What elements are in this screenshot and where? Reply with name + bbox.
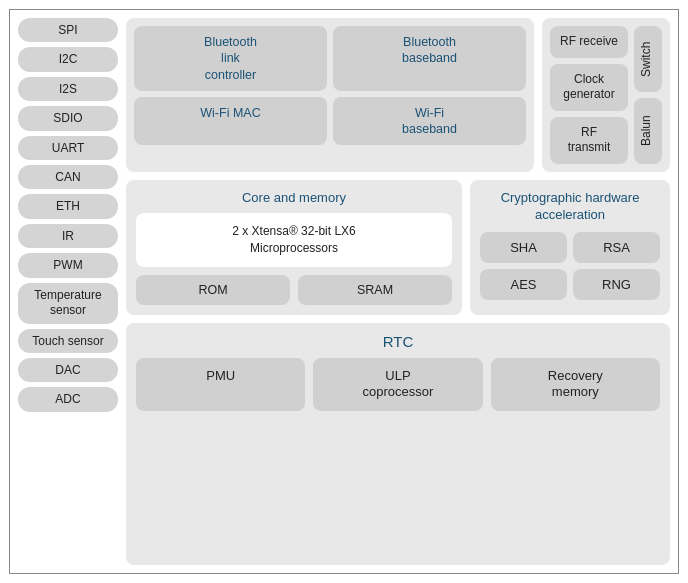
peripheral-temp: Temperaturesensor: [18, 283, 118, 324]
pmu-block: PMU: [136, 358, 305, 412]
clock-generator: Clockgenerator: [550, 64, 628, 111]
peripheral-spi: SPI: [18, 18, 118, 42]
aes-block: AES: [480, 269, 567, 300]
sram-block: SRAM: [298, 275, 452, 305]
crypto-grid: SHA RSA AES RNG: [480, 232, 660, 300]
peripheral-i2c: I2C: [18, 47, 118, 71]
peripheral-ir: IR: [18, 224, 118, 248]
peripheral-i2s: I2S: [18, 77, 118, 101]
peripheral-sdio: SDIO: [18, 106, 118, 130]
rf-vertical-pills: Switch Balun: [634, 26, 662, 164]
rf-transmit: RFtransmit: [550, 117, 628, 164]
main-area: Bluetooth link controller Bluetooth base…: [126, 18, 670, 565]
wireless-block: Bluetooth link controller Bluetooth base…: [126, 18, 534, 172]
core-title: Core and memory: [136, 190, 452, 205]
core-cpu: 2 x Xtensa® 32-bit LX6 Microprocessors: [136, 213, 452, 267]
core-block: Core and memory 2 x Xtensa® 32-bit LX6 M…: [126, 180, 462, 315]
core-mem-row: ROM SRAM: [136, 275, 452, 305]
peripheral-uart: UART: [18, 136, 118, 160]
rtc-row: PMU ULPcoprocessor Recoverymemory: [136, 358, 660, 412]
crypto-title: Cryptographic hardware acceleration: [480, 190, 660, 224]
rf-receive: RF receive: [550, 26, 628, 58]
bt-link-controller: Bluetooth link controller: [134, 26, 327, 91]
peripheral-pwm: PWM: [18, 253, 118, 277]
mid-section: Core and memory 2 x Xtensa® 32-bit LX6 M…: [126, 180, 670, 315]
rf-block: RF receive Clockgenerator RFtransmit Swi…: [542, 18, 670, 172]
wifi-row: Wi-Fi MAC Wi-Fi baseband: [134, 97, 526, 146]
peripheral-eth: ETH: [18, 194, 118, 218]
peripheral-can: CAN: [18, 165, 118, 189]
wifi-mac: Wi-Fi MAC: [134, 97, 327, 146]
ulp-coprocessor: ULPcoprocessor: [313, 358, 482, 412]
wifi-baseband: Wi-Fi baseband: [333, 97, 526, 146]
rng-block: RNG: [573, 269, 660, 300]
sha-block: SHA: [480, 232, 567, 263]
rtc-block: RTC PMU ULPcoprocessor Recoverymemory: [126, 323, 670, 565]
diagram: SPI I2C I2S SDIO UART CAN ETH IR PWM Tem…: [9, 9, 679, 574]
bluetooth-row: Bluetooth link controller Bluetooth base…: [134, 26, 526, 91]
peripheral-adc: ADC: [18, 387, 118, 411]
peripheral-dac: DAC: [18, 358, 118, 382]
rf-stack: RF receive Clockgenerator RFtransmit: [550, 26, 628, 164]
peripheral-list: SPI I2C I2S SDIO UART CAN ETH IR PWM Tem…: [18, 18, 118, 565]
recovery-memory: Recoverymemory: [491, 358, 660, 412]
rom-block: ROM: [136, 275, 290, 305]
balun-pill: Balun: [634, 98, 662, 164]
rtc-title: RTC: [136, 333, 660, 350]
peripheral-touch: Touch sensor: [18, 329, 118, 353]
rsa-block: RSA: [573, 232, 660, 263]
bt-baseband: Bluetooth baseband: [333, 26, 526, 91]
crypto-block: Cryptographic hardware acceleration SHA …: [470, 180, 670, 315]
switch-pill: Switch: [634, 26, 662, 92]
top-section: Bluetooth link controller Bluetooth base…: [126, 18, 670, 172]
